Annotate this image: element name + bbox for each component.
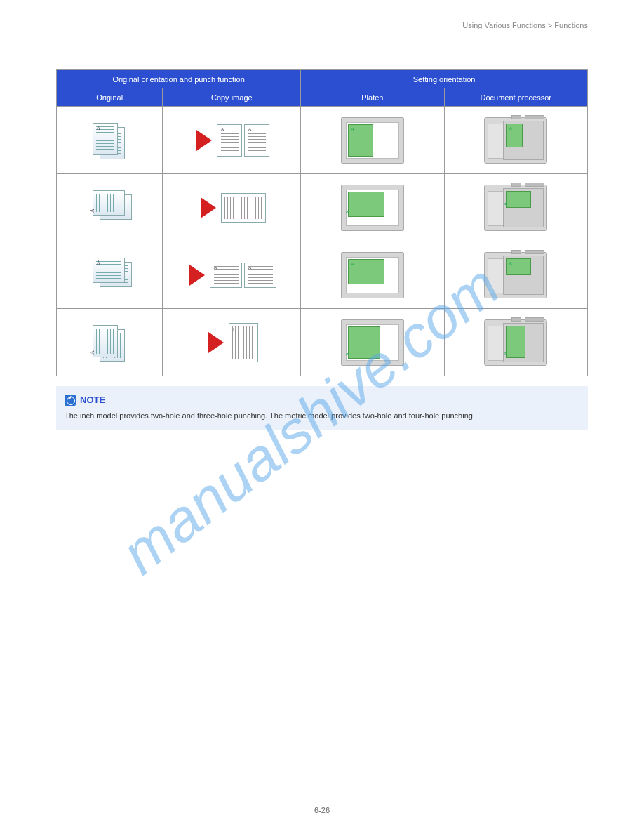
cell-docproc: A (444, 174, 587, 241)
green-paper-icon: A (506, 191, 531, 208)
green-paper-icon: A (348, 259, 384, 284)
original-front-page-icon: A (93, 190, 125, 216)
cell-platen: A (301, 174, 444, 241)
cell-copy: A A (163, 241, 301, 309)
green-paper-icon: A (506, 326, 525, 358)
cell-original: A (57, 174, 163, 241)
th-setting: Setting orientation (301, 70, 588, 88)
docproc-icon: A (484, 319, 547, 366)
original-front-page-icon: A (93, 258, 125, 283)
green-paper-icon: A (348, 192, 384, 217)
original-front-page-icon: A (93, 325, 118, 357)
docproc-icon: A (484, 185, 547, 231)
cell-copy: A A (163, 107, 301, 174)
page: Using Various Functions > Functions Orig… (0, 0, 644, 430)
copy-page-icon: A (229, 323, 258, 362)
copy-page-icon: A (217, 124, 242, 157)
green-paper-icon: A (348, 326, 380, 359)
arrow-icon (201, 197, 216, 218)
header-bar: Using Various Functions > Functions (56, 21, 588, 29)
cell-original: A (57, 241, 163, 309)
cell-docproc: A (444, 241, 587, 309)
table-row: A A (57, 174, 588, 241)
page-number: 6-26 (0, 806, 644, 814)
cell-docproc: A (444, 309, 587, 376)
header-right: Using Various Functions > Functions (462, 21, 588, 29)
arrow-icon (189, 265, 205, 286)
note-icon (65, 395, 76, 406)
th-original: Original (57, 88, 163, 107)
note-title: NOTE (80, 393, 105, 407)
th-docproc: Document processor (444, 88, 587, 107)
platen-icon: A (341, 319, 404, 366)
table-row: A A A A (57, 107, 588, 174)
cell-copy (163, 174, 301, 241)
cell-platen: A (301, 309, 444, 376)
orientation-table: Original orientation and punch function … (56, 70, 588, 376)
note-line1: The inch model provides two-hole and thr… (65, 410, 579, 422)
th-orientation: Original orientation and punch function (57, 70, 301, 88)
table-row: A A A (57, 309, 588, 376)
original-front-page-icon: A (93, 123, 118, 155)
copy-page-icon: A (244, 124, 269, 157)
platen-icon: A (341, 252, 404, 298)
note-box: NOTE The inch model provides two-hole an… (56, 386, 588, 430)
copy-page-icon (221, 193, 266, 223)
note-header: NOTE (65, 393, 579, 407)
green-paper-icon: A (506, 258, 531, 275)
th-platen: Platen (301, 88, 444, 107)
green-paper-icon: A (506, 124, 523, 147)
cell-platen: A (301, 241, 444, 309)
copy-page-icon: A (244, 263, 276, 288)
docproc-icon: A (484, 117, 547, 164)
platen-icon: A (341, 117, 404, 164)
cell-original: A (57, 309, 163, 376)
docproc-icon: A (484, 252, 547, 298)
table-row: A A A A (57, 241, 588, 309)
header-rule (56, 51, 588, 51)
arrow-icon (208, 332, 224, 353)
cell-platen: A (301, 107, 444, 174)
cell-original: A (57, 107, 163, 174)
green-paper-icon: A (348, 124, 373, 157)
copy-page-icon: A (210, 263, 242, 288)
cell-copy: A (163, 309, 301, 376)
platen-icon: A (341, 185, 404, 231)
arrow-icon (196, 130, 212, 151)
th-copy: Copy image (163, 88, 301, 107)
cell-docproc: A (444, 107, 587, 174)
